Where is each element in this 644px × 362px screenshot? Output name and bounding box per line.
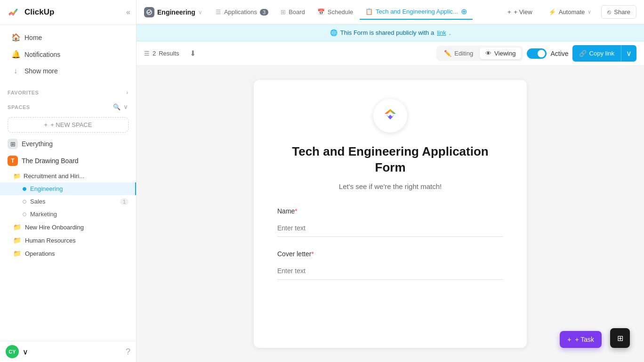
results-actions: ✏️ Editing 👁 Viewing Active 🔗 Copy link [436,45,636,62]
sidebar-space-drawing-board[interactable]: T The Drawing Board [0,152,136,169]
breadcrumb: Engineering ∨ [144,7,202,17]
list-label: Engineering [30,185,63,192]
tab-schedule[interactable]: 📅 Schedule [312,6,359,18]
sidebar-item-show-more[interactable]: ↓ Show more [4,63,132,79]
share-icon: ⎋ [607,8,611,16]
more-icon[interactable]: ··· [117,172,123,180]
folder-label: New Hire Onboarding [25,224,84,231]
spaces-section-actions: 🔍 ∨ [113,103,129,110]
download-button[interactable]: ⬇ [185,46,201,61]
favorites-section-label: FAVORITES › [0,83,136,98]
sidebar-folder-operations[interactable]: 📁 Operations [0,247,136,260]
results-bar: ☰ 2 Results ⬇ ✏️ Editing 👁 Viewing Activ… [137,41,644,66]
svg-rect-0 [6,5,21,20]
view-button[interactable]: + + View [501,5,539,19]
form-logo-wrapper [277,99,503,133]
active-toggle-area: Active [527,48,568,59]
everything-icon: ⊞ [8,139,18,149]
info-bar-link[interactable]: link [437,29,446,36]
user-chevron-icon: ∨ [23,347,28,356]
search-icon[interactable]: 🔍 [113,103,121,110]
folder-icon: 📁 [13,223,21,231]
sidebar-folder-new-hire[interactable]: 📁 New Hire Onboarding [0,220,136,234]
tab-applications[interactable]: ☰ Applications 3 [210,6,274,18]
add-task-button[interactable]: + + Task [560,331,602,348]
home-icon: 🏠 [11,33,20,42]
breadcrumb-arrow-icon: ∨ [198,9,202,16]
plus-icon: + [567,336,571,343]
spaces-chevron-icon[interactable]: ∨ [123,103,129,110]
tab-form-label: Tech and Engineering Applic... [376,8,458,15]
active-toggle-switch[interactable] [527,48,547,59]
form-expand-icon: ⊕ [461,7,467,16]
cover-letter-input[interactable] [277,262,503,280]
form-card: Tech and Engineering Application Form Le… [254,80,527,348]
sidebar: ClickUp « 🏠 Home 🔔 Notifications ↓ Show … [0,0,137,362]
home-label: Home [24,34,42,41]
topbar-tabs: ☰ Applications 3 ⊞ Board 📅 Schedule 📋 Te… [210,4,473,20]
sidebar-item-home[interactable]: 🏠 Home [4,29,132,46]
sidebar-list-engineering[interactable]: Engineering [0,182,136,195]
grid-icon: ⊞ [617,334,623,343]
folder-icon: 📁 [13,236,21,244]
sidebar-folder-recruitment[interactable]: 📁 Recruitment and Hiri... ··· + [0,169,136,182]
copy-icon: 🔗 [579,50,587,57]
automate-label: Automate [559,8,585,16]
tab-board[interactable]: ⊞ Board [275,6,311,18]
copy-link-label: Copy link [589,50,614,57]
clickup-logo[interactable]: ClickUp [6,5,54,20]
list-label: Sales [30,198,46,205]
breadcrumb-space-icon [144,7,154,17]
globe-icon: 🌐 [330,29,338,36]
sidebar-list-sales[interactable]: Sales 1 [0,195,136,208]
plus-icon: + [44,121,48,128]
grid-view-button[interactable]: ⊞ [610,328,630,348]
field-label-name: Name* [277,207,503,215]
form-area: Tech and Engineering Application Form Le… [137,66,644,362]
copy-link-dropdown-button[interactable]: ∨ [621,45,636,62]
folder-label: Human Resources [25,237,76,244]
results-count-area: ☰ 2 Results [144,50,179,57]
add-icon[interactable]: + [125,172,129,180]
sidebar-list-marketing[interactable]: Marketing [0,208,136,220]
editing-toggle-button[interactable]: ✏️ Editing [438,47,479,59]
automate-button[interactable]: ⚡ Automate ∨ [542,5,598,19]
calendar-icon: 📅 [317,8,325,16]
copy-link-button-group: 🔗 Copy link ∨ [572,45,636,62]
sidebar-item-everything[interactable]: ⊞ Everything [0,135,136,152]
eye-icon: 👁 [485,50,491,57]
tab-applications-label: Applications [224,8,257,16]
sidebar-folder-human-resources[interactable]: 📁 Human Resources [0,234,136,247]
viewing-toggle-button[interactable]: 👁 Viewing [480,47,521,59]
form-logo-circle [373,99,407,133]
clickup-logo-icon [6,5,21,20]
sidebar-navigation: 🏠 Home 🔔 Notifications ↓ Show more [0,25,136,83]
user-info[interactable]: CY ∨ [6,345,28,358]
breadcrumb-space-name: Engineering [157,8,195,16]
folder-icon: 📁 [13,173,21,180]
name-input[interactable] [277,220,503,237]
share-label: Share [614,8,630,16]
sidebar-collapse-button[interactable]: « [126,8,130,16]
help-icon[interactable]: ? [126,347,130,357]
folder-label: Operations [25,250,55,257]
tab-schedule-label: Schedule [328,8,353,16]
view-label: + View [514,8,532,16]
favorites-chevron-icon[interactable]: › [126,89,129,96]
add-task-label: + Task [575,336,594,343]
edit-view-toggle: ✏️ Editing 👁 Viewing [436,46,523,61]
form-field-cover-letter: Cover letter* [277,250,503,280]
form-clickup-logo [380,105,401,126]
spaces-section: + + NEW SPACE ⊞ Everything T The Drawing… [0,112,136,262]
share-button[interactable]: ⎋ Share [601,5,636,19]
clickup-wordmark: ClickUp [24,8,54,17]
sidebar-item-notifications[interactable]: 🔔 Notifications [4,46,132,63]
tab-form[interactable]: 📋 Tech and Engineering Applic... ⊕ [360,4,473,20]
results-label: Results [159,50,179,57]
form-icon: 📋 [365,8,373,15]
folder-label: Recruitment and Hiri... [24,173,84,180]
info-bar-text: This Form is shared publicly with a [340,29,434,36]
form-subtitle: Let's see if we're the right match! [277,182,503,190]
new-space-button[interactable]: + + NEW SPACE [8,117,129,133]
copy-link-button[interactable]: 🔗 Copy link [572,46,621,61]
